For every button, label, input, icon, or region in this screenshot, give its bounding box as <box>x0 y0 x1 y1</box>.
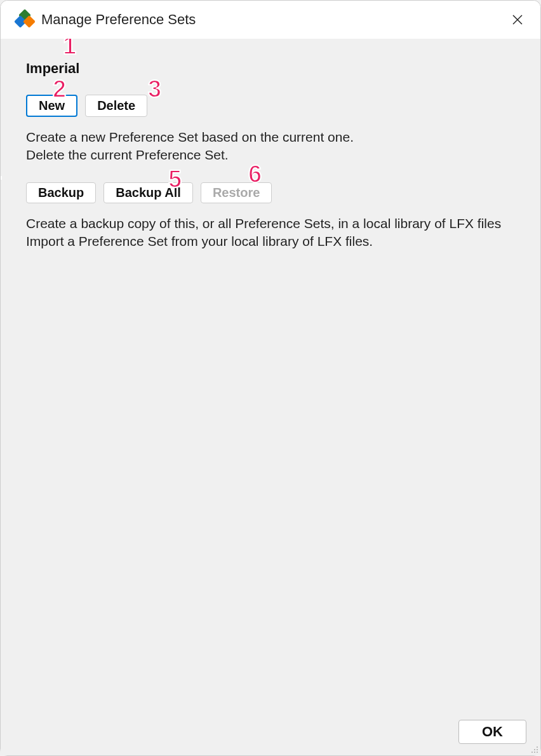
description-newdelete: Create a new Preference Set based on the… <box>26 128 540 165</box>
footer: OK <box>458 720 526 744</box>
current-set-label: Imperial <box>26 60 540 77</box>
backup-button[interactable]: Backup <box>26 182 96 203</box>
window-title: Manage Preference Sets <box>41 11 505 28</box>
restore-button[interactable]: Restore <box>201 182 272 203</box>
description-backup: Create a backup copy of this, or all Pre… <box>26 215 540 251</box>
button-row-backup: Backup Backup All Restore <box>26 182 540 203</box>
dialog-window: Manage Preference Sets Imperial New Dele… <box>0 0 541 756</box>
titlebar: Manage Preference Sets <box>1 1 540 39</box>
desc-line: Create a new Preference Set based on the… <box>26 128 540 146</box>
desc-line: Delete the current Preference Set. <box>26 146 540 164</box>
delete-button[interactable]: Delete <box>85 95 147 117</box>
app-icon <box>16 11 34 29</box>
annotation-4: 4 <box>1 161 1 188</box>
desc-line: Import a Preference Set from your local … <box>26 233 540 250</box>
resize-grip[interactable] <box>529 744 538 753</box>
close-icon <box>511 13 524 26</box>
new-button[interactable]: New <box>26 95 77 117</box>
button-row-newdelete: New Delete <box>26 95 540 117</box>
ok-button[interactable]: OK <box>458 720 526 744</box>
desc-line: Create a backup copy of this, or all Pre… <box>26 215 540 233</box>
content-area: Imperial New Delete Create a new Prefere… <box>1 39 540 755</box>
close-button[interactable] <box>505 7 530 32</box>
backup-all-button[interactable]: Backup All <box>104 182 193 203</box>
annotation-1: 1 <box>63 39 76 60</box>
